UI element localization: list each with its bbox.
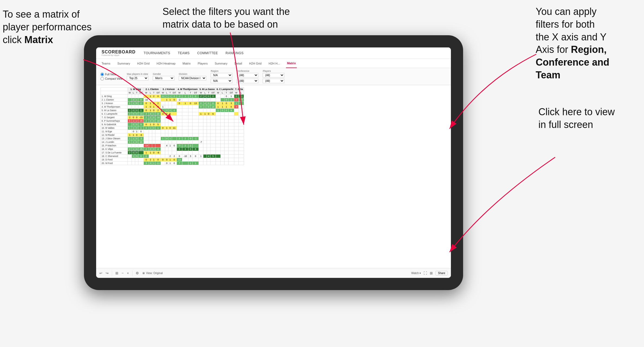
matrix-cell: 11 (161, 95, 165, 98)
conference-x-select[interactable]: (All) (237, 73, 258, 78)
tab-h2h-heatmap[interactable]: H2H Heatmap (155, 59, 177, 68)
tab-teams[interactable]: Teams (100, 59, 111, 68)
division-select[interactable]: NCAA Division I (179, 76, 206, 81)
matrix-cell (228, 158, 234, 162)
matrix-cell (188, 158, 193, 162)
matrix-cell (210, 140, 216, 144)
matrix-cell: 1 (132, 147, 135, 151)
undo-icon[interactable]: ↩ (99, 271, 102, 275)
matrix-cell (207, 140, 210, 144)
nav-item-committee[interactable]: COMMITTEE (197, 51, 218, 55)
nav-item-rankings[interactable]: RANKINGS (226, 51, 244, 55)
matrix-cell: 0 (216, 102, 220, 105)
annotation-left: To see a matrix of player performances c… (3, 8, 95, 46)
matrix-cell (193, 98, 199, 102)
tab-detail[interactable]: Detail (233, 59, 243, 68)
matrix-cell (152, 155, 155, 158)
players-y-select[interactable]: (All) (263, 79, 284, 83)
matrix-cell (238, 147, 244, 151)
matrix-cell (225, 162, 228, 165)
matrix-cell (210, 126, 216, 130)
matrix-cell (228, 155, 234, 158)
matrix-cell (234, 162, 239, 165)
matrix-cell (155, 155, 161, 158)
matrix-cell (161, 98, 165, 102)
compact-view-input[interactable] (100, 77, 104, 81)
matrix-cell (234, 126, 239, 130)
tab-h2h-h[interactable]: H2H H... (268, 59, 281, 68)
settings-icon[interactable]: ⚙ (136, 271, 139, 275)
tab-h2h-grid-2[interactable]: H2H Grid (248, 59, 263, 68)
matrix-cell (161, 155, 165, 158)
matrix-cell (165, 102, 168, 105)
matrix-cell (172, 151, 177, 155)
row-name: 6. C Lamprecht (101, 112, 128, 116)
matrix-cell: 1 (203, 112, 207, 116)
matrix-cell (155, 130, 161, 133)
tab-summary-2[interactable]: Summary (214, 59, 229, 68)
matrix-cell (203, 98, 207, 102)
matrix-cell (182, 123, 188, 126)
players-x-select[interactable]: (All) (263, 73, 284, 78)
matrix-cell (228, 123, 234, 126)
share-button[interactable]: Share (435, 271, 448, 275)
matrix-cell: 0 (135, 137, 138, 140)
tab-matrix-active[interactable]: Matrix (286, 59, 297, 68)
matrix-cell (216, 112, 220, 116)
tab-summary[interactable]: Summary (116, 59, 131, 68)
tab-players[interactable]: Players (197, 59, 209, 68)
matrix-cell (165, 133, 168, 137)
fullscreen-icon[interactable]: ⛶ (424, 271, 427, 275)
matrix-cell (193, 158, 199, 162)
matrix-cell (193, 112, 199, 116)
matrix-cell (216, 130, 220, 133)
matrix-cell (210, 123, 216, 126)
zoom-in-icon[interactable]: + (127, 271, 129, 275)
matrix-cell: 1 (132, 133, 135, 137)
max-players-select[interactable]: Top 25 (127, 76, 148, 81)
matrix-cell (228, 116, 234, 119)
full-view-radio[interactable]: Full View (100, 73, 122, 76)
sh-d6: Dif (228, 91, 234, 95)
matrix-cell (182, 133, 188, 137)
sh-w3: W (161, 91, 165, 95)
row-name: 12. M Riedel (101, 133, 128, 137)
matrix-cell (234, 133, 239, 137)
nav-item-tournaments[interactable]: TOURNAMENTS (144, 51, 170, 55)
matrix-cell: 1 (132, 119, 135, 123)
conference-y-select[interactable]: (All) (237, 79, 258, 83)
matrix-cell (238, 158, 244, 162)
matrix-cell: 2 (149, 158, 152, 162)
zoom-out-icon[interactable]: − (122, 271, 124, 275)
matrix-cell (193, 123, 199, 126)
sh-t3: T (168, 91, 172, 95)
region-y-select[interactable]: N/A (211, 79, 232, 83)
toolbar-sep-1 (112, 271, 112, 276)
fit-icon[interactable]: ⊞ (115, 271, 118, 275)
full-view-input[interactable] (100, 73, 104, 76)
sh-l6: L (220, 91, 224, 95)
matrix-cell: 1 (144, 151, 149, 155)
gender-select[interactable]: Men's (153, 76, 174, 81)
matrix-cell: 1 (168, 162, 172, 165)
tab-h2h-grid[interactable]: H2H Grid (136, 59, 151, 68)
matrix-cell: 0 (225, 109, 228, 112)
matrix-cell (203, 123, 207, 126)
tab-matrix-1[interactable]: Matrix (181, 59, 192, 68)
matrix-cell: -16 (138, 112, 144, 116)
compact-view-radio[interactable]: Compact View (100, 77, 122, 81)
nav-item-teams[interactable]: TEAMS (178, 51, 190, 55)
region-x-select[interactable]: N/A (211, 73, 232, 78)
matrix-cell (220, 95, 224, 98)
table-row: 11. M Ege010 (101, 130, 244, 133)
matrix-cell (188, 98, 193, 102)
grid-icon[interactable]: ⊞ (430, 271, 433, 275)
matrix-cell (152, 98, 155, 102)
matrix-cell (238, 144, 244, 147)
watch-button[interactable]: Watch ▾ (411, 272, 421, 275)
redo-icon[interactable]: ↪ (106, 271, 109, 275)
matrix-cell (220, 123, 224, 126)
matrix-cell (188, 133, 193, 137)
matrix-cell (234, 140, 239, 144)
matrix-cell: 4 (207, 155, 210, 158)
